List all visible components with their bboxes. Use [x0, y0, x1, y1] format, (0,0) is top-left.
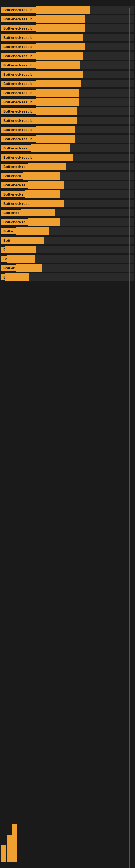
- bottleneck-bar-row: Bottleneck result: [1, 24, 134, 32]
- bottleneck-label: Bottleneck result: [1, 99, 36, 105]
- bar-fill: [26, 190, 60, 198]
- bottleneck-label: Bottleneck resu: [1, 200, 31, 207]
- bar-fill: [36, 15, 85, 23]
- bottleneck-label: Bottleneck result: [1, 44, 36, 50]
- bottleneck-bar-row: Bottleneck result: [1, 15, 134, 23]
- bottleneck-label: Bottlenec: [1, 210, 21, 216]
- bar-fill: [36, 107, 77, 115]
- bottleneck-bar-row: Bottleneck re: [1, 218, 134, 226]
- bar-fill: [23, 172, 60, 180]
- bottleneck-label: Bottleneck result: [1, 118, 36, 124]
- bar-container: [31, 199, 134, 207]
- bar-container: [36, 70, 134, 78]
- bottleneck-label: Bottleneck re: [1, 182, 28, 188]
- bottleneck-bar-row: Bottleneck result: [1, 70, 134, 78]
- bar-container: [36, 61, 134, 69]
- bottleneck-bar-row: Bottleneck result: [1, 52, 134, 60]
- bottleneck-label: Bottleneck r: [1, 191, 26, 197]
- bottleneck-bar-row: Bottleneck result: [1, 89, 134, 97]
- bar-container: [12, 237, 134, 244]
- bottleneck-label: Bottler: [1, 265, 16, 271]
- bar-fill: [36, 126, 75, 133]
- bottleneck-label: Bottleneck: [1, 173, 23, 179]
- bar-fill: [16, 264, 42, 272]
- site-title: [0, 0, 135, 4]
- bottleneck-label: Bottleneck result: [1, 90, 36, 96]
- bottleneck-bar-row: Bottlenec: [1, 209, 134, 216]
- bottleneck-bar-row: Bottleneck result: [1, 61, 134, 69]
- bottleneck-bar-row: Bottleneck r: [1, 190, 134, 198]
- bottleneck-label: Bottleneck result: [1, 81, 36, 87]
- bar-container: [28, 181, 134, 189]
- bar-fill: [16, 227, 49, 235]
- bottom-bars-row: [0, 823, 135, 863]
- bottleneck-bar-row: B: [1, 246, 134, 253]
- bottleneck-label: Bottleneck result: [1, 136, 36, 142]
- bar-container: [36, 34, 134, 41]
- bottleneck-label: Bottleneck result: [1, 7, 36, 13]
- bottleneck-bar-row: Bottleneck result: [1, 43, 134, 51]
- bar-container: [36, 24, 134, 32]
- bar-container: [36, 15, 134, 23]
- bar-container: [36, 89, 134, 97]
- bottom-bar: [1, 845, 6, 862]
- bar-fill: [36, 52, 83, 60]
- bottleneck-bar-row: Bottleneck result: [1, 98, 134, 106]
- bottleneck-bar-row: Bottleneck resu: [1, 144, 134, 152]
- bottleneck-bar-row: B: [1, 273, 134, 281]
- bar-fill: [12, 237, 44, 244]
- bar-fill: [28, 163, 66, 170]
- bottleneck-label: Bottleneck result: [1, 62, 36, 68]
- bar-container: [26, 190, 134, 198]
- bar-fill: [31, 144, 70, 152]
- bar-container: [36, 126, 134, 133]
- bottleneck-bar-row: Bottleneck resu: [1, 199, 134, 207]
- bar-container: [28, 163, 134, 170]
- bar-container: [16, 227, 134, 235]
- bar-container: [36, 107, 134, 115]
- bar-container: [36, 135, 134, 143]
- bar-container: [36, 80, 134, 87]
- bottleneck-bar-row: Bottle: [1, 227, 134, 235]
- bar-fill: [21, 209, 55, 216]
- bar-fill: [36, 80, 81, 87]
- bottleneck-label: Bottleneck result: [1, 53, 36, 59]
- bottleneck-bar-row: Bottleneck result: [1, 6, 134, 13]
- bar-container: [36, 6, 134, 13]
- bottleneck-label: Bo: [1, 256, 7, 262]
- bar-container: [5, 246, 134, 253]
- bar-container: [28, 218, 134, 226]
- bar-container: [23, 172, 134, 180]
- bottleneck-bar-row: Bottleneck: [1, 172, 134, 180]
- bottleneck-label: Bottleneck result: [1, 154, 36, 161]
- bar-container: [7, 255, 134, 262]
- bar-container: [5, 273, 134, 281]
- bar-fill: [28, 181, 64, 189]
- bottleneck-bar-row: Bott: [1, 237, 134, 244]
- bar-fill: [5, 246, 36, 253]
- bottleneck-label: Bottleneck result: [1, 34, 36, 41]
- bar-fill: [36, 24, 85, 32]
- bottleneck-bar-row: Bottleneck result: [1, 126, 134, 133]
- bottleneck-label: Bottle: [1, 228, 16, 235]
- bottom-bar: [7, 835, 12, 862]
- bottleneck-label: Bottleneck re: [1, 219, 28, 225]
- bar-fill: [36, 117, 77, 124]
- bar-container: [21, 209, 134, 216]
- bottleneck-bar-row: Bottleneck result: [1, 135, 134, 143]
- bottleneck-bar-row: Bottleneck re: [1, 163, 134, 170]
- bottleneck-label: Bottleneck result: [1, 16, 36, 22]
- bottleneck-label: Bottleneck result: [1, 108, 36, 115]
- bottom-section: [0, 760, 135, 868]
- bar-fill: [36, 89, 79, 97]
- bar-container: [31, 144, 134, 152]
- bottom-bar: [12, 824, 17, 862]
- bar-container: [36, 154, 134, 161]
- bottleneck-bar-row: Bottleneck result: [1, 34, 134, 41]
- bottleneck-bar-row: Bottleneck result: [1, 154, 134, 161]
- bottleneck-label: Bottleneck result: [1, 25, 36, 31]
- bar-container: [36, 98, 134, 106]
- bar-fill: [36, 43, 85, 51]
- bar-fill: [7, 255, 35, 262]
- bar-fill: [28, 218, 60, 226]
